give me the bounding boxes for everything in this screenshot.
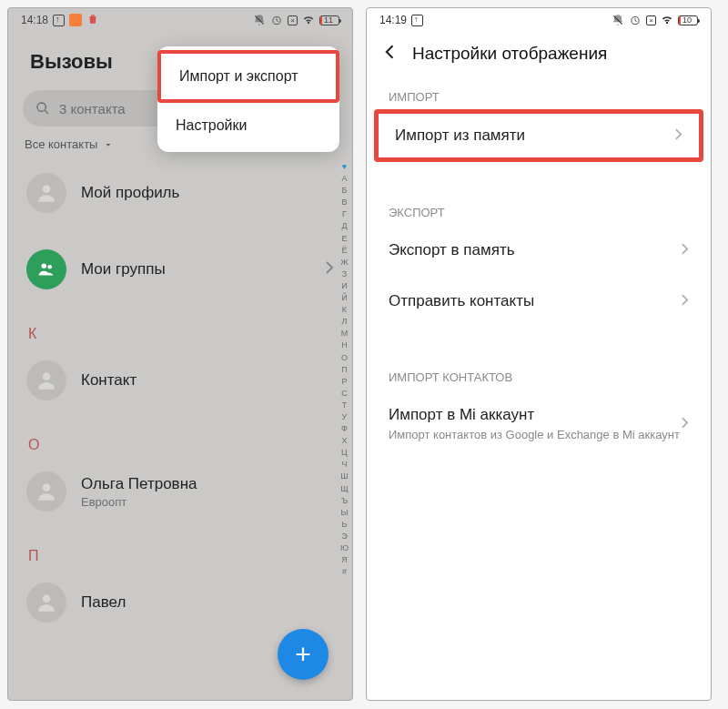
add-contact-fab[interactable]: +	[278, 629, 329, 680]
alpha-letter[interactable]: Ь	[342, 519, 348, 531]
alpha-letter[interactable]: О	[341, 352, 348, 364]
chevron-right-icon	[681, 293, 689, 310]
alpha-letter[interactable]: В	[341, 197, 347, 208]
row-label: Импорт в Mi аккаунт	[389, 406, 681, 424]
header: Настройки отображения	[367, 30, 711, 83]
alpha-letter[interactable]: Ж	[340, 257, 348, 268]
avatar	[26, 360, 66, 400]
section-import: ИМПОРТ	[367, 83, 711, 109]
list-item-olga[interactable]: Ольга Петровна Евроопт	[8, 453, 352, 530]
alpha-letter[interactable]: У	[342, 411, 348, 423]
alpha-letter[interactable]: Г	[342, 208, 347, 220]
svg-point-5	[43, 483, 51, 491]
row-sublabel: Импорт контактов из Google и Exchange в …	[389, 428, 681, 443]
back-button[interactable]	[381, 43, 399, 65]
alpha-letter[interactable]: Р	[341, 376, 347, 388]
alpha-letter[interactable]: Щ	[340, 483, 348, 495]
alpha-letter[interactable]: Ы	[340, 507, 348, 519]
search-placeholder: 3 контакта	[59, 101, 126, 116]
chevron-left-icon	[381, 43, 399, 61]
plus-icon: +	[295, 639, 311, 670]
alpha-letter[interactable]: Ц	[341, 447, 348, 459]
person-icon	[35, 480, 58, 503]
alpha-letter[interactable]: Ё	[341, 245, 347, 257]
alpha-letter[interactable]: А	[341, 173, 347, 185]
chevron-right-icon	[681, 242, 689, 259]
svg-point-6	[43, 594, 51, 603]
alpha-letter[interactable]: Я	[341, 554, 348, 566]
person-icon	[35, 181, 58, 205]
section-export: ЭКСПОРТ	[367, 198, 711, 225]
wifi-icon	[302, 14, 315, 26]
trash-icon	[86, 13, 99, 28]
alpha-letter[interactable]: Л	[342, 316, 348, 328]
alpha-letter[interactable]: Ъ	[341, 495, 348, 507]
group-icon	[36, 259, 56, 279]
item-label: Павел	[81, 593, 126, 612]
chevron-right-icon	[681, 416, 689, 433]
battery-icon: 11	[319, 15, 339, 25]
list-item-groups[interactable]: Мои группы	[8, 231, 352, 308]
wifi-icon	[661, 14, 673, 26]
section-import-contacts: ИМПОРТ КОНТАКТОВ	[367, 363, 711, 390]
row-import-mi[interactable]: Импорт в Mi аккаунт Импорт контактов из …	[367, 390, 711, 460]
menu-settings[interactable]: Настройки	[157, 103, 339, 148]
alpha-letter[interactable]: Ч	[341, 459, 347, 471]
alpha-letter[interactable]: Б	[342, 185, 348, 197]
chevron-down-icon	[103, 139, 114, 150]
alpha-letter[interactable]: Е	[341, 233, 347, 245]
upload-icon	[53, 15, 65, 26]
alpha-letter[interactable]: #	[342, 566, 347, 578]
alpha-letter[interactable]: Й	[341, 292, 347, 304]
phone-right: 14:19 × 10 Настройки отображения ИМПОРТ …	[366, 7, 712, 701]
item-sublabel: Евроопт	[81, 495, 197, 509]
alpha-letter[interactable]: Ш	[340, 471, 348, 482]
alpha-letter[interactable]: Д	[341, 220, 347, 232]
alpha-letter[interactable]: Т	[342, 400, 348, 411]
list-item-contact[interactable]: Контакт	[8, 342, 352, 419]
dnd-icon	[612, 14, 624, 26]
menu-import-export[interactable]: Импорт и экспорт	[157, 50, 339, 103]
alpha-index[interactable]: ♥ АБВГДЕЁЖЗИЙКЛМНОПРСТУФХЦЧШЩЪЫЬЭЮЯ#	[340, 161, 349, 578]
svg-point-1	[43, 185, 51, 193]
filter-label: Все контакты	[25, 137, 97, 151]
status-bar-right: 14:19 × 10	[367, 8, 711, 30]
status-bar-left: 14:18 × 11	[8, 8, 352, 30]
list-item-profile[interactable]: Мой профиль	[8, 155, 352, 231]
avatar	[26, 173, 66, 213]
status-time: 14:18	[21, 14, 48, 26]
item-label: Мой профиль	[81, 184, 179, 202]
alpha-letter[interactable]: Ю	[340, 542, 349, 554]
alpha-letter[interactable]: П	[341, 364, 347, 376]
person-icon	[35, 369, 58, 392]
row-label: Экспорт в память	[389, 241, 681, 259]
alpha-letter[interactable]: Э	[341, 531, 347, 542]
row-label: Отправить контакты	[389, 292, 681, 310]
app-badge-icon	[69, 14, 82, 26]
section-letter-k: К	[8, 308, 352, 342]
alpha-letter[interactable]: С	[341, 388, 348, 400]
row-import-memory[interactable]: Импорт из памяти	[374, 109, 703, 162]
sim-icon: ×	[646, 15, 656, 25]
alpha-letter[interactable]: И	[341, 280, 347, 292]
alpha-letter[interactable]: К	[342, 304, 347, 316]
alpha-letter[interactable]: Н	[341, 339, 348, 351]
svg-point-4	[43, 372, 51, 380]
item-label: Мои группы	[81, 260, 166, 279]
row-export-memory[interactable]: Экспорт в память	[367, 225, 711, 276]
alpha-letter[interactable]: М	[341, 328, 349, 339]
heart-icon: ♥	[342, 161, 347, 173]
section-letter-p: П	[8, 530, 352, 564]
row-send-contacts[interactable]: Отправить контакты	[367, 276, 711, 327]
alpha-letter[interactable]: Х	[341, 435, 347, 447]
alpha-letter[interactable]: З	[342, 268, 347, 280]
chevron-right-icon	[325, 260, 334, 279]
chevron-right-icon	[674, 127, 682, 145]
item-label: Контакт	[81, 371, 136, 390]
alpha-letter[interactable]: Ф	[341, 423, 348, 435]
dnd-icon	[253, 14, 266, 26]
avatar	[26, 249, 66, 289]
alarm-icon	[629, 14, 642, 26]
svg-point-2	[42, 264, 47, 269]
person-icon	[35, 591, 58, 614]
